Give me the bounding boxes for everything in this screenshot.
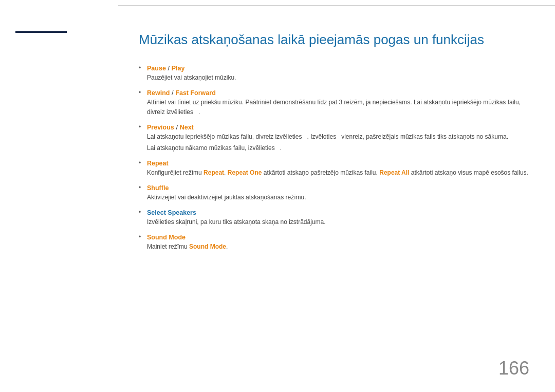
item-desc-rewind: Attīniet vai tīniet uz priekšu mūziku. P… [147, 98, 529, 117]
item-title-sound-mode: Sound Mode [147, 234, 186, 241]
list-item-sound-mode: Sound Mode Mainiet režīmu Sound Mode. [139, 233, 529, 252]
item-title-fastforward: Fast Forward [175, 89, 216, 97]
page-container: Mūzikas atskaņošanas laikā pieejamās pog… [0, 0, 555, 392]
left-sidebar [0, 0, 118, 392]
item-title-shuffle: Shuffle [147, 184, 169, 192]
page-title: Mūzikas atskaņošanas laikā pieejamās pog… [139, 31, 529, 49]
item-desc-repeat: Konfigurējiet režīmu Repeat. Repeat One … [147, 168, 529, 178]
item-separator-3: / [176, 123, 179, 131]
item-desc-previous-2: Lai atskaņotu nākamo mūzikas failu, izvē… [147, 143, 529, 153]
item-title-repeat: Repeat [147, 160, 169, 167]
list-item-select-speakers: Select Speakers Izvēlieties skaļruni, pa… [139, 209, 529, 227]
page-number: 166 [498, 358, 529, 379]
item-desc-pause-play: Pauzējiet vai atskaņojiet mūziku. [147, 73, 529, 83]
item-title-next: Next [180, 124, 194, 131]
repeat-inline-3: Repeat All [379, 169, 409, 176]
item-title-previous: Previous [147, 124, 174, 131]
list-item-previous: Previous / Next Lai atskaņotu iepriekšēj… [139, 123, 529, 153]
item-title-play: Play [172, 65, 185, 72]
list-item-pause-play: Pause / Play Pauzējiet vai atskaņojiet m… [139, 64, 529, 83]
list-item-repeat: Repeat Konfigurējiet režīmu Repeat. Repe… [139, 159, 529, 178]
sound-mode-inline: Sound Mode [189, 243, 226, 250]
item-title-pause: Pause [147, 65, 166, 72]
item-title-select-speakers: Select Speakers [147, 209, 196, 216]
main-content: Mūzikas atskaņošanas laikā pieejamās pog… [118, 5, 555, 392]
list-item-shuffle: Shuffle Aktivizējiet vai deaktivizējiet … [139, 184, 529, 202]
content-list: Pause / Play Pauzējiet vai atskaņojiet m… [139, 64, 529, 252]
item-desc-previous-1: Lai atskaņotu iepriekšējo mūzikas failu,… [147, 132, 529, 142]
sidebar-bar [15, 31, 67, 33]
item-desc-sound-mode: Mainiet režīmu Sound Mode. [147, 242, 529, 252]
repeat-inline-2: Repeat One [228, 169, 262, 176]
list-item-rewind: Rewind / Fast Forward Attīniet vai tīnie… [139, 89, 529, 117]
item-title-rewind: Rewind [147, 89, 170, 97]
item-desc-shuffle: Aktivizējiet vai deaktivizējiet jauktas … [147, 193, 529, 202]
repeat-inline-1: Repeat [203, 169, 224, 176]
item-desc-select-speakers: Izvēlieties skaļruni, pa kuru tiks atska… [147, 217, 529, 227]
item-separator-1: / [168, 64, 171, 72]
